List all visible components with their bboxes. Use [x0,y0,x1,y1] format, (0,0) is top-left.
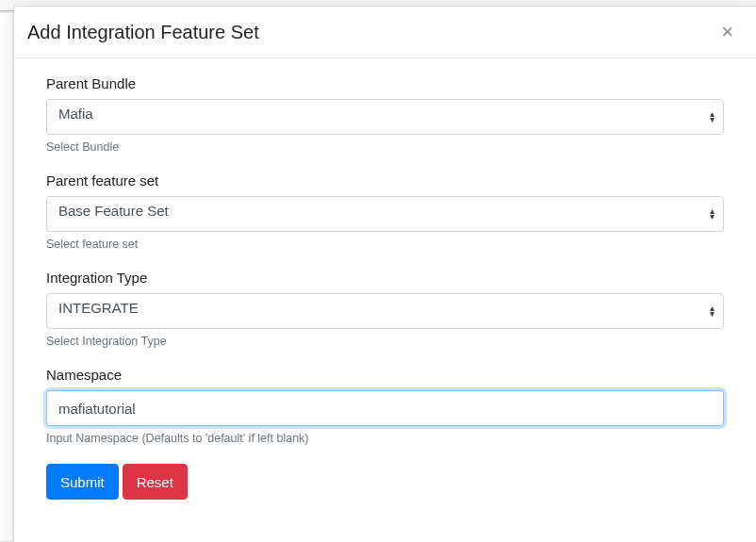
parent-bundle-select[interactable]: Mafia [46,99,724,135]
parent-feature-set-selected-value: Base Feature Set [58,203,169,219]
integration-type-select[interactable]: INTEGRATE [46,293,724,329]
parent-bundle-help: Select Bundle [46,140,724,154]
field-parent-bundle: Parent Bundle Mafia ▴ ▾ Select Bundle [46,75,724,154]
integration-type-select-wrap: INTEGRATE ▴ ▾ [46,293,724,329]
submit-button[interactable]: Submit [46,464,119,500]
namespace-input[interactable] [46,390,724,426]
namespace-label: Namespace [46,367,724,383]
parent-bundle-label: Parent Bundle [46,75,724,91]
reset-button[interactable]: Reset [123,464,188,500]
namespace-help: Input Namespace (Defaults to 'default' i… [46,432,724,445]
integration-type-selected-value: INTEGRATE [58,300,139,316]
modal-header: Add Integration Feature Set × [14,7,756,58]
close-button[interactable]: × [715,20,739,44]
integration-type-label: Integration Type [46,270,724,286]
parent-feature-set-label: Parent feature set [46,172,724,189]
add-integration-feature-set-modal: Add Integration Feature Set × Parent Bun… [13,6,756,542]
parent-feature-set-select-wrap: Base Feature Set ▴ ▾ [46,196,724,232]
modal-body: Parent Bundle Mafia ▴ ▾ Select Bundle Pa… [14,58,756,518]
close-icon: × [721,20,733,43]
page-backdrop: Add Integration Feature Set × Parent Bun… [0,0,756,542]
parent-feature-set-select[interactable]: Base Feature Set [46,196,724,232]
occluded-left-strip [0,13,13,541]
parent-bundle-select-wrap: Mafia ▴ ▾ [46,99,724,135]
parent-bundle-selected-value: Mafia [58,106,93,122]
form-button-row: Submit Reset [46,464,724,500]
field-integration-type: Integration Type INTEGRATE ▴ ▾ Select In… [46,270,724,348]
parent-feature-set-help: Select feature set [46,238,724,251]
field-parent-feature-set: Parent feature set Base Feature Set ▴ ▾ … [46,172,724,251]
modal-title: Add Integration Feature Set [27,22,259,43]
field-namespace: Namespace Input Namespace (Defaults to '… [46,367,724,445]
integration-type-help: Select Integration Type [46,335,724,348]
